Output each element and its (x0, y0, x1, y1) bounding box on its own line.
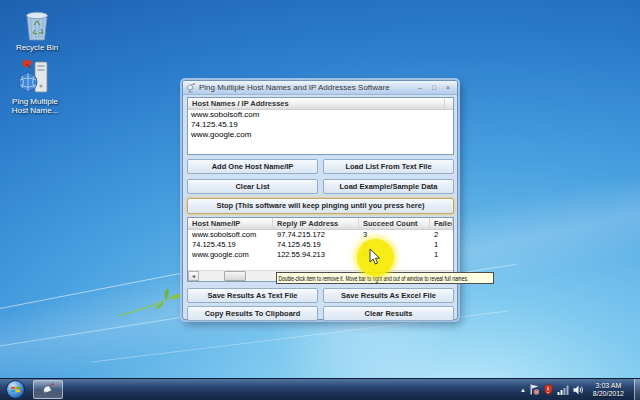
column-divider (444, 99, 445, 109)
host-list-item[interactable]: www.google.com (188, 130, 453, 140)
window-controls: – □ × (414, 83, 454, 93)
stop-button[interactable]: Stop (This software will keep pinging un… (187, 198, 454, 214)
add-host-button[interactable]: Add One Host Name/IP (187, 159, 318, 174)
taskbar-app-ping[interactable] (33, 380, 63, 399)
save-excel-button[interactable]: Save Results As Excel File (323, 288, 454, 303)
host-names-list[interactable]: Host Names / IP Addresses www.sobolsoft.… (187, 97, 454, 155)
clear-results-button[interactable]: Clear Results (323, 306, 454, 321)
show-desktop-button[interactable] (634, 379, 640, 400)
desktop-icon-ping-app[interactable]: Ping Multiple Host Name... (6, 58, 64, 115)
security-alert-icon[interactable] (543, 384, 553, 395)
table-row[interactable]: www.google.com 122.55.94.213 4 1 (188, 250, 453, 260)
network-icon[interactable] (557, 385, 569, 395)
taskbar: ▲ 3:03 AM 8/20/2012 (0, 378, 640, 400)
host-list-column-header[interactable]: Host Names / IP Addresses (188, 98, 453, 110)
load-example-button[interactable]: Load Example/Sample Data (323, 179, 454, 194)
taskbar-clock[interactable]: 3:03 AM 8/20/2012 (593, 382, 624, 398)
column-header[interactable]: Host Name/IP (188, 218, 273, 229)
satellite-dish-icon (41, 383, 56, 397)
clear-list-button[interactable]: Clear List (187, 179, 318, 194)
desktop-icon-label: Recycle Bin (8, 43, 66, 52)
desktop-icon-recycle-bin[interactable]: Recycle Bin (8, 8, 66, 52)
clock-time: 3:03 AM (593, 382, 624, 390)
app-window: Ping Multiple Host Names and IP Addresse… (182, 80, 458, 320)
host-list-item[interactable]: www.sobolsoft.com (188, 110, 453, 120)
scrollbar-thumb[interactable] (224, 271, 246, 281)
desktop-icon-label: Ping Multiple Host Name... (6, 97, 64, 115)
host-list-item[interactable]: 74.125.45.19 (188, 120, 453, 130)
column-header[interactable]: Succeed Count (359, 218, 430, 229)
column-header[interactable]: Failed Co (430, 218, 453, 229)
save-text-button[interactable]: Save Results As Text File (187, 288, 318, 303)
tooltip: Double-click item to remove it. Move bar… (276, 272, 494, 284)
scroll-left-arrow[interactable]: ◄ (188, 271, 199, 281)
recycle-bin-icon (22, 8, 52, 42)
system-tray: ▲ 3:03 AM 8/20/2012 (520, 379, 640, 400)
maximize-button[interactable]: □ (428, 83, 440, 93)
window-title: Ping Multiple Host Names and IP Addresse… (199, 83, 414, 92)
table-row[interactable]: 74.125.45.19 74.125.45.19 4 1 (188, 240, 453, 250)
ping-app-icon (17, 58, 53, 96)
action-center-flag-icon[interactable] (530, 384, 539, 395)
minimize-button[interactable]: – (414, 83, 426, 93)
volume-icon[interactable] (573, 385, 584, 395)
results-table-header[interactable]: Host Name/IP Reply IP Address Succeed Co… (188, 218, 453, 230)
close-button[interactable]: × (442, 83, 454, 93)
window-titlebar[interactable]: Ping Multiple Host Names and IP Addresse… (183, 81, 457, 95)
show-hidden-icons-arrow[interactable]: ▲ (520, 387, 526, 393)
clock-date: 8/20/2012 (593, 390, 624, 398)
mouse-cursor (369, 248, 381, 265)
table-row[interactable]: www.sobolsoft.com 97.74.215.172 3 2 (188, 230, 453, 240)
copy-clipboard-button[interactable]: Copy Results To Clipboard (187, 306, 318, 321)
satellite-dish-icon (186, 83, 196, 93)
windows-logo-icon (10, 384, 21, 395)
start-button[interactable] (6, 380, 25, 399)
column-header[interactable]: Reply IP Address (273, 218, 359, 229)
load-list-button[interactable]: Load List From Text File (323, 159, 454, 174)
